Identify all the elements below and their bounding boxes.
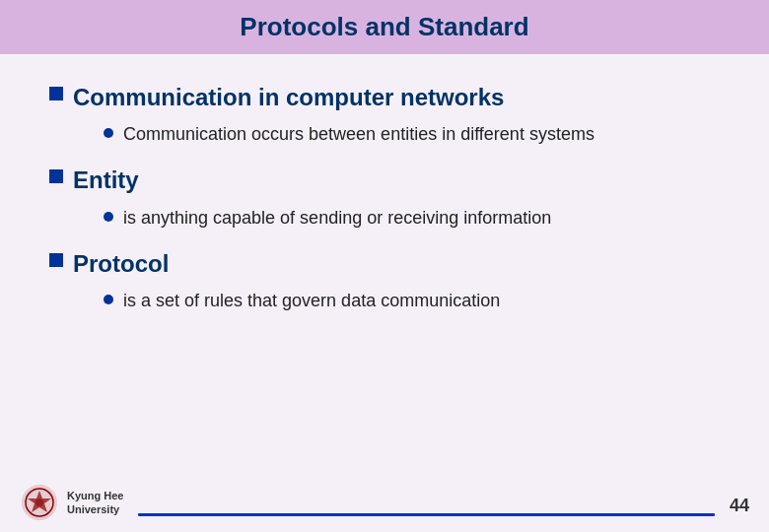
sub-point-entity-1: is anything capable of sending or receiv… (104, 206, 720, 231)
sub-bullet-protocol-1 (104, 295, 113, 304)
logo-area: Kyung Hee University (20, 483, 123, 522)
sub-label-entity-1: is anything capable of sending or receiv… (123, 206, 551, 231)
footer: Kyung Hee University 44 (0, 483, 769, 532)
heading-entity: Entity (73, 165, 139, 195)
main-bullet-entity (49, 169, 63, 183)
footer-divider-line (138, 513, 715, 516)
logo-text: Kyung Hee University (67, 489, 123, 517)
main-bullet-communication (49, 87, 63, 100)
heading-protocol: Protocol (73, 248, 169, 279)
sub-points-entity: is anything capable of sending or receiv… (104, 206, 720, 231)
sub-points-communication: Communication occurs between entities in… (104, 122, 720, 147)
sub-bullet-entity-1 (104, 212, 113, 222)
main-bullet-protocol (49, 253, 63, 267)
page-number: 44 (730, 496, 749, 522)
section-communication: Communication in computer networks (49, 82, 720, 112)
section-protocol: Protocol (49, 248, 720, 279)
sub-point-protocol-1: is a set of rules that govern data commu… (104, 289, 720, 313)
footer-line-area (138, 513, 715, 522)
sub-label-protocol-1: is a set of rules that govern data commu… (123, 289, 500, 313)
sub-point-communication-1: Communication occurs between entities in… (104, 122, 720, 147)
title-bar: Protocols and Standard (0, 0, 769, 54)
slide-title: Protocols and Standard (20, 12, 749, 42)
heading-communication: Communication in computer networks (73, 82, 504, 112)
slide: Protocols and Standard Communication in … (0, 0, 769, 532)
logo-line1: Kyung Hee (67, 489, 123, 502)
svg-point-2 (35, 499, 43, 506)
sub-points-protocol: is a set of rules that govern data commu… (104, 289, 720, 313)
sub-label-communication-1: Communication occurs between entities in… (123, 122, 594, 147)
sub-bullet-communication-1 (104, 128, 113, 138)
university-logo-icon (20, 483, 59, 522)
slide-content: Communication in computer networks Commu… (0, 82, 769, 313)
logo-line2: University (67, 502, 123, 516)
section-entity: Entity (49, 165, 720, 195)
